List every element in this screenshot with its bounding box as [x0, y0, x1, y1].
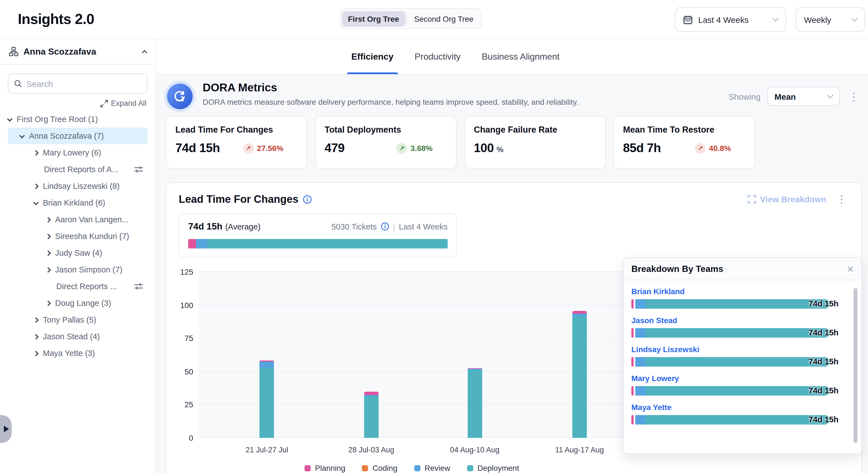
- team-name-link[interactable]: Brian Kirkland: [631, 287, 846, 296]
- showing-select[interactable]: Mean: [767, 87, 840, 106]
- dora-controls: Showing Mean ⋮: [728, 80, 861, 106]
- chevron-right-icon[interactable]: [33, 183, 39, 189]
- chevron-right-icon[interactable]: [33, 150, 39, 155]
- filter-sliders-icon[interactable]: [134, 166, 143, 173]
- team-name-link[interactable]: Lindsay Liszewski: [631, 345, 846, 354]
- dora-kebab-menu[interactable]: ⋮: [846, 90, 861, 103]
- app-viewport: Insights 2.0 First Org Tree Second Org T…: [0, 0, 868, 473]
- tab-productivity[interactable]: Productivity: [414, 39, 460, 74]
- chart-bar-21-jul-27-jul: [260, 360, 274, 438]
- tree-item-maya-yette[interactable]: Maya Yette (3): [8, 345, 148, 361]
- legend-swatch-deployment: [467, 465, 473, 471]
- app-title: Insights 2.0: [18, 10, 94, 28]
- gridline-y-75: [199, 337, 625, 338]
- chevron-right-icon[interactable]: [45, 250, 51, 256]
- summary-range: Last 4 Weeks: [399, 222, 447, 231]
- team-bar-planning: [631, 357, 633, 366]
- trend-up-arrow-icon: ↗: [397, 143, 407, 153]
- metric-card-value: 479: [324, 141, 345, 155]
- legend-label: Planning: [315, 464, 345, 472]
- tree-item-sireesha-kunduri[interactable]: Sireesha Kunduri (7): [8, 228, 148, 244]
- lead-time-header: Lead Time For Changes View Breakdown ⋮: [179, 193, 849, 206]
- summary-bar-segment-planning: [188, 239, 196, 248]
- tree-item-direct-reports-of-a[interactable]: Direct Reports of A...: [8, 161, 148, 178]
- breakdown-team-list: Brian Kirkland74d 15hJason Stead74d 15hL…: [624, 280, 861, 424]
- tree-item-direct-reports[interactable]: Direct Reports ...: [8, 278, 148, 295]
- tree-item-label: Direct Reports ...: [56, 282, 117, 291]
- tree-item-judy-saw[interactable]: Judy Saw (4): [8, 244, 148, 261]
- legend-item-planning: Planning: [305, 464, 345, 472]
- expand-all-button[interactable]: Expand All: [0, 99, 147, 108]
- info-icon[interactable]: [303, 195, 312, 204]
- search-input[interactable]: [26, 79, 142, 88]
- y-axis-tick-label: 125: [177, 267, 193, 276]
- legend-item-coding: Coding: [362, 464, 398, 472]
- metric-card-value: 100: [474, 141, 494, 155]
- summary-separator: |: [393, 222, 395, 231]
- trend-up-arrow-icon: ↗: [695, 143, 706, 153]
- team-name-link[interactable]: Mary Lowery: [631, 374, 846, 383]
- close-icon[interactable]: ×: [847, 263, 854, 274]
- chevron-down-icon[interactable]: [19, 132, 25, 138]
- y-axis-tick-label: 100: [177, 301, 193, 309]
- lead-time-kebab-menu[interactable]: ⋮: [834, 193, 849, 206]
- team-name-link[interactable]: Jason Stead: [631, 316, 846, 325]
- team-name-link[interactable]: Maya Yette: [631, 403, 846, 412]
- tree-item-lindsay-liszewski[interactable]: Lindsay Liszewski (8): [8, 178, 148, 195]
- scrollbar-thumb[interactable]: [854, 288, 858, 443]
- chevron-right-icon[interactable]: [45, 300, 51, 306]
- info-icon[interactable]: [380, 222, 389, 231]
- chevron-down-icon[interactable]: [33, 200, 39, 205]
- chevron-right-icon[interactable]: [45, 267, 51, 272]
- team-phase-bar: 74d 15h: [631, 328, 830, 337]
- chevron-right-icon[interactable]: [45, 217, 51, 222]
- chart-legend: PlanningCodingReviewDeployment: [199, 464, 625, 472]
- chevron-right-icon[interactable]: [45, 233, 51, 239]
- tree-item-doug-lange[interactable]: Doug Lange (3): [8, 295, 148, 312]
- chart-bar-28-jul-03-aug: [364, 392, 379, 438]
- metric-card-change-failure-rate: Change Failure Rate100%: [464, 116, 606, 169]
- granularity-select[interactable]: Weekly: [796, 7, 865, 32]
- org-tree-toggle-second[interactable]: Second Org Tree: [408, 11, 479, 26]
- chevron-right-icon[interactable]: [33, 350, 39, 356]
- tab-business-alignment[interactable]: Business Alignment: [482, 39, 560, 74]
- tree-item-aaron-van-langen[interactable]: Aaron Van Langen...: [8, 211, 148, 228]
- tab-efficiency[interactable]: Efficiency: [351, 39, 393, 74]
- tree-item-label: Brian Kirkland (6): [43, 198, 105, 207]
- bar-segment-review: [572, 314, 587, 316]
- tree-item-first-org-tree-root[interactable]: First Org Tree Root (1): [8, 111, 148, 127]
- tree-item-anna-scozzafava[interactable]: Anna Scozzafava (7): [8, 127, 148, 144]
- metric-card-lead-time-for-changes: Lead Time For Changes74d 15h↗27.56%: [166, 116, 307, 169]
- tree-item-jason-simpson[interactable]: Jason Simpson (7): [8, 261, 148, 278]
- team-bar-deployment: [646, 415, 830, 424]
- gridline-y-125: [199, 271, 625, 272]
- team-bar-deployment: [646, 386, 830, 395]
- team-bar-planning: [631, 328, 633, 337]
- trend-up-arrow-icon: ↗: [243, 143, 254, 153]
- chevron-right-icon[interactable]: [33, 334, 39, 339]
- gridline-y-100: [199, 304, 625, 305]
- team-value-label: 74d 15h: [808, 328, 838, 337]
- chevron-down-icon[interactable]: [7, 116, 12, 121]
- summary-bar-segment-review: [196, 239, 207, 248]
- tree-item-brian-kirkland[interactable]: Brian Kirkland (6): [8, 195, 148, 211]
- breakdown-panel-header: Breakdown By Teams ×: [624, 258, 861, 280]
- view-breakdown-button[interactable]: View Breakdown: [748, 195, 826, 204]
- sidebar-header[interactable]: Anna Scozzafava: [0, 39, 155, 65]
- tree-item-label: Anna Scozzafava (7): [29, 131, 104, 140]
- tree-item-jason-stead[interactable]: Jason Stead (4): [8, 328, 148, 345]
- metric-card-mean-time-to-restore: Mean Time To Restore85d 7h↗40.8%: [614, 116, 755, 169]
- org-tree-toggle-first[interactable]: First Org Tree: [342, 11, 405, 26]
- filter-sliders-icon[interactable]: [134, 283, 143, 290]
- tree-item-label: Jason Simpson (7): [55, 265, 123, 274]
- chevron-right-icon[interactable]: [33, 317, 39, 323]
- bar-segment-deployment: [572, 317, 587, 438]
- team-phase-bar: 74d 15h: [631, 386, 830, 395]
- tree-item-mary-lowery[interactable]: Mary Lowery (6): [8, 144, 148, 161]
- date-range-select[interactable]: Last 4 Weeks: [675, 7, 786, 32]
- y-axis-tick-label: 25: [177, 400, 193, 409]
- team-bar-deployment: [646, 328, 830, 337]
- team-bar-planning: [631, 386, 633, 395]
- chevron-up-icon[interactable]: [142, 50, 147, 55]
- tree-item-tony-pallas[interactable]: Tony Pallas (5): [8, 312, 148, 328]
